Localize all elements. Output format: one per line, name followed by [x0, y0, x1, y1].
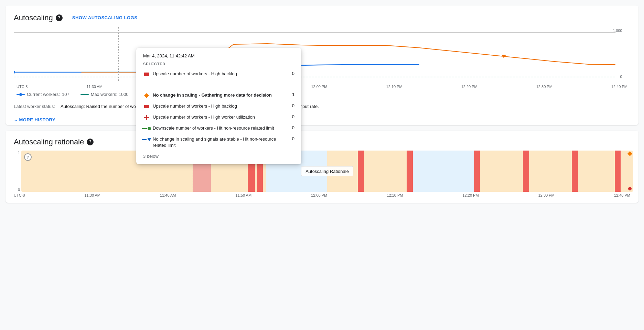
rationale-header: Autoscaling rationale ? [6, 131, 638, 151]
chart-axis-labels: UTC-8 11:30 AM 11:40 AM 11:50 PM 12:00 P… [14, 85, 630, 89]
status-label: Latest worker status: [14, 104, 55, 109]
rationale-title: Autoscaling rationale [14, 138, 84, 146]
rationale-y-max: 1 [18, 151, 20, 155]
blue-arrow-icon [143, 136, 150, 143]
rationale-section: Autoscaling rationale ? 1 0 [6, 131, 638, 203]
rationale-red-circle [628, 187, 632, 190]
tooltip-more: 3 below [143, 154, 294, 159]
autoscaling-chart-svg: 1,000 0 [14, 27, 630, 82]
rationale-help-icon[interactable]: ? [87, 139, 94, 145]
more-history-button[interactable]: ⌄ MORE HISTORY [6, 114, 64, 125]
show-autoscaling-logs-button[interactable]: SHOW AUTOSCALING LOGS [68, 12, 142, 23]
tooltip-row-downscale: Downscale number of workers - Hit non-re… [143, 123, 294, 134]
tooltip-row-upscale-utilization: Upscale number of workers - High worker … [143, 112, 294, 123]
svg-rect-10 [144, 117, 149, 118]
green-circle-icon [143, 125, 150, 132]
legend-current-value: 107 [62, 92, 69, 97]
legend-max-label: Max workers: 1000 [91, 92, 129, 97]
red-rect-icon-2 [143, 103, 150, 110]
svg-point-5 [14, 71, 15, 74]
rationale-chart-area: 1 0 [6, 151, 638, 197]
tooltip-row-upscale-backlog-1: Upscale number of workers - High backlog… [143, 69, 294, 80]
autoscaling-header: Autoscaling ? SHOW AUTOSCALING LOGS [6, 6, 638, 27]
svg-text:0: 0 [620, 75, 622, 79]
worker-status-section: Latest worker status: Autoscaling: Raise… [6, 100, 638, 114]
rationale-y-min: 0 [18, 188, 20, 192]
rationale-chart-label: Autoscaling Rationale [301, 166, 353, 176]
red-cross-icon [143, 114, 150, 121]
autoscaling-chart-area: 1,000 0 [6, 27, 638, 89]
tooltip-selected-label: SELECTED [143, 62, 294, 66]
tooltip-row-nochange-text: No change in scaling - Gathering more da… [153, 92, 285, 98]
tooltip-row-nochange-stable: No change in scaling and signals are sta… [143, 134, 294, 151]
autoscaling-title: Autoscaling [14, 13, 53, 22]
tooltip-row-upscale-backlog-2: Upscale number of workers - High backlog… [143, 101, 294, 112]
autoscaling-help-icon[interactable]: ? [56, 14, 63, 21]
tooltip-row-text: Upscale number of workers - High backlog [153, 71, 285, 77]
legend-max-workers: Max workers: 1000 [80, 92, 129, 97]
red-rect-icon [143, 71, 150, 78]
tooltip-row-no-change-selected: No change in scaling - Gathering more da… [143, 90, 294, 101]
orange-diamond-icon [143, 92, 150, 99]
legend-current-label: Current workers: [27, 92, 60, 97]
legend-current-workers: Current workers: 107 [17, 92, 69, 97]
tooltip-timestamp: Mar 4, 2024, 11:42:42 AM [143, 53, 294, 58]
rationale-chart-help-icon[interactable]: ? [24, 153, 32, 161]
rationale-axis-labels: UTC-8 11:30 AM 11:40 AM 11:50 AM 12:00 P… [11, 192, 633, 197]
tooltip-divider-row: — [143, 80, 294, 90]
svg-text:1,000: 1,000 [613, 29, 622, 33]
autoscaling-tooltip: Mar 4, 2024, 11:42:42 AM SELECTED Upscal… [136, 48, 301, 164]
legend-row: Current workers: 107 Max workers: 1000 M… [6, 89, 638, 100]
